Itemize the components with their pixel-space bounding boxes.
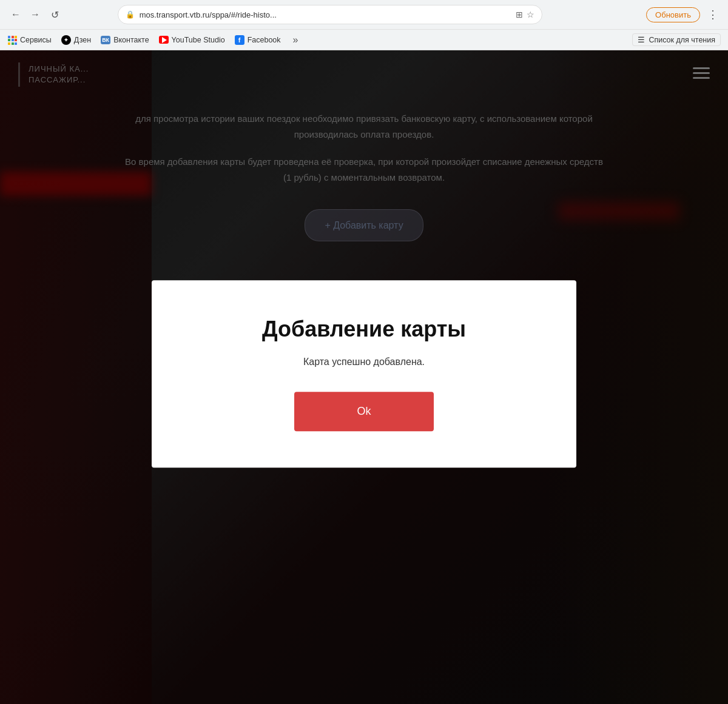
reading-list[interactable]: ☰ Список для чтения [632, 33, 721, 46]
address-text: mos.transport.vtb.ru/sppa/#/ride-histo..… [140, 10, 511, 19]
facebook-icon: f [235, 35, 244, 45]
browser-menu-button[interactable]: ⋮ [705, 8, 721, 21]
bookmark-services[interactable]: Сервисы [7, 35, 52, 45]
address-bar-icons: ⊞ ☆ [516, 10, 534, 19]
browser-chrome: ← → ↺ 🔒 mos.transport.vtb.ru/sppa/#/ride… [0, 0, 728, 50]
top-bar: ← → ↺ 🔒 mos.transport.vtb.ru/sppa/#/ride… [0, 0, 728, 29]
bookmark-dzen-label: Дзен [74, 36, 91, 44]
bookmark-facebook-label: Facebook [248, 36, 281, 44]
reload-button[interactable]: ↺ [46, 6, 63, 23]
youtube-icon [159, 35, 169, 45]
modal-title: Добавление карты [194, 317, 534, 342]
bookmarks-bar: Сервисы ✦ Дзен ВК Вконтакте YouTube Stud… [0, 29, 728, 50]
reading-list-icon: ☰ [638, 35, 645, 44]
bookmark-vk-label: Вконтакте [113, 36, 149, 44]
forward-button[interactable]: → [27, 6, 44, 23]
address-bar[interactable]: 🔒 mos.transport.vtb.ru/sppa/#/ride-histo… [118, 5, 542, 24]
modal-subtitle: Карта успешно добавлена. [194, 357, 534, 367]
modal-ok-button[interactable]: Ok [294, 392, 434, 431]
bookmark-dzen[interactable]: ✦ Дзен [61, 35, 91, 45]
dzen-icon: ✦ [61, 35, 71, 45]
services-icon [7, 35, 17, 45]
more-bookmarks-button[interactable]: » [291, 35, 301, 45]
bookmark-facebook[interactable]: f Facebook [235, 35, 281, 45]
lock-icon: 🔒 [126, 10, 135, 19]
back-button[interactable]: ← [7, 6, 24, 23]
bookmark-youtube-label: YouTube Studio [172, 36, 225, 44]
update-button[interactable]: Обновить [646, 7, 700, 22]
star-icon: ☆ [527, 10, 534, 19]
bookmark-services-label: Сервисы [20, 36, 52, 44]
reading-list-label: Список для чтения [649, 36, 715, 44]
page-area: ЛИЧНЫЙ КА... ПАССАЖИР... для просмотра и… [0, 50, 728, 704]
bookmark-youtube[interactable]: YouTube Studio [159, 35, 225, 45]
nav-buttons: ← → ↺ [7, 6, 63, 23]
bookmark-vk[interactable]: ВК Вконтакте [101, 35, 149, 45]
vk-icon: ВК [101, 35, 110, 45]
modal-dialog: Добавление карты Карта успешно добавлена… [152, 280, 576, 468]
translate-icon: ⊞ [516, 10, 523, 19]
right-controls: Обновить ⋮ [646, 7, 721, 22]
